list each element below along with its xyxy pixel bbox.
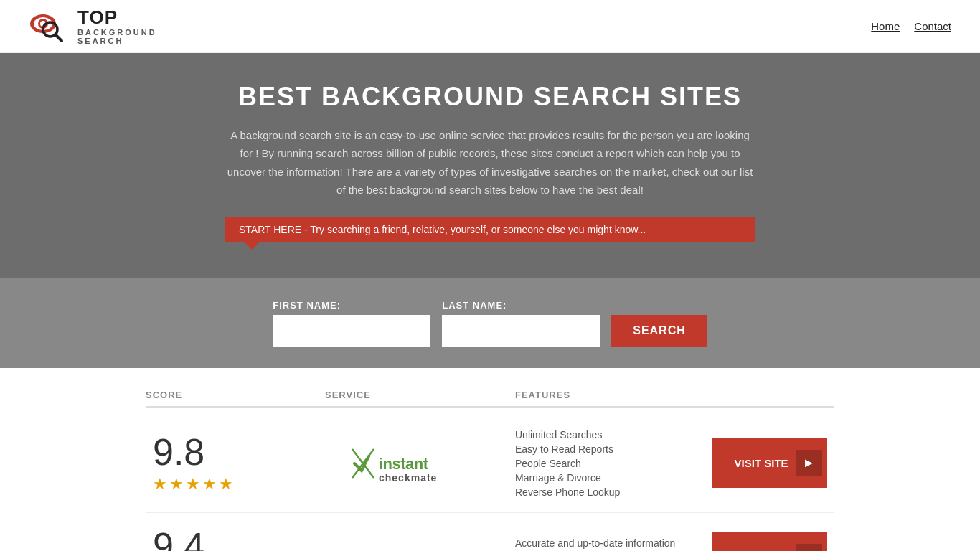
hero-description: A background search site is an easy-to-u… <box>225 126 755 199</box>
results-table: SCORE SERVICE FEATURES 9.8 ★ ★ ★ ★ ★ <box>131 368 849 551</box>
visit-column-2: VISIT SITE ► <box>705 532 834 551</box>
visit-arrow-icon-1: ► <box>796 450 823 476</box>
score-number-2: 9.4 <box>153 527 204 551</box>
visit-site-button-1[interactable]: VISIT SITE ► <box>712 438 827 488</box>
logo: TOP BACKGROUNDSEARCH <box>29 7 157 45</box>
callout-text: START HERE - Try searching a friend, rel… <box>239 224 646 235</box>
search-section: FIRST NAME: LAST NAME: SEARCH <box>0 278 980 368</box>
logo-sub-text: BACKGROUNDSEARCH <box>77 28 157 45</box>
header-score: SCORE <box>146 390 325 400</box>
star-4: ★ <box>202 475 217 494</box>
first-name-group: FIRST NAME: <box>273 300 430 347</box>
header-action <box>705 390 834 400</box>
svg-line-5 <box>55 34 62 41</box>
stars-1: ★ ★ ★ ★ ★ <box>153 475 233 494</box>
first-name-input[interactable] <box>273 315 430 347</box>
score-column-1: 9.8 ★ ★ ★ ★ ★ <box>146 433 325 494</box>
site-header: TOP BACKGROUNDSEARCH Home Contact <box>0 0 980 53</box>
visit-column-1: VISIT SITE ► <box>705 438 834 488</box>
hero-section: BEST BACKGROUND SEARCH SITES A backgroun… <box>0 53 980 278</box>
logo-top-text: TOP <box>77 7 157 28</box>
last-name-label: LAST NAME: <box>442 300 600 311</box>
feature-1-5: Reverse Phone Lookup <box>515 486 705 498</box>
visit-arrow-icon-2: ► <box>796 544 823 551</box>
star-half-1: ★ <box>219 475 233 494</box>
score-column-2: 9.4 ★ ★ ★ ★ ★ <box>146 527 325 551</box>
feature-1-1: Unlimited Searches <box>515 429 705 441</box>
header-service: SERVICE <box>325 390 515 400</box>
checkmate-logo-svg: instant checkmate <box>349 442 492 485</box>
visit-site-button-2[interactable]: VISIT SITE ► <box>712 532 827 551</box>
feature-1-3: People Search <box>515 458 705 469</box>
table-header-row: SCORE SERVICE FEATURES <box>146 382 834 408</box>
peoplelooker-logo-svg: People Looker <box>349 540 492 551</box>
main-nav: Home Contact <box>871 20 951 32</box>
last-name-group: LAST NAME: <box>442 300 600 347</box>
header-features: FEATURES <box>515 390 705 400</box>
features-column-1: Unlimited Searches Easy to Read Reports … <box>515 429 705 498</box>
logo-icon <box>29 8 72 44</box>
service-column-1: instant checkmate <box>325 442 515 485</box>
feature-2-1: Accurate and up-to-date information <box>515 537 705 549</box>
svg-text:checkmate: checkmate <box>379 472 437 484</box>
score-number-1: 9.8 <box>153 433 204 471</box>
first-name-label: FIRST NAME: <box>273 300 430 311</box>
checkmate-logo: instant checkmate <box>349 442 492 485</box>
feature-1-4: Marriage & Divorce <box>515 472 705 484</box>
table-row: 9.4 ★ ★ ★ ★ ★ People Looker Accurate and… <box>146 513 834 551</box>
logo-text: TOP BACKGROUNDSEARCH <box>77 7 157 45</box>
star-1: ★ <box>153 475 167 494</box>
search-button[interactable]: SEARCH <box>611 315 707 347</box>
peoplelooker-logo: People Looker <box>349 536 492 551</box>
star-3: ★ <box>186 475 200 494</box>
feature-1-2: Easy to Read Reports <box>515 443 705 455</box>
nav-contact[interactable]: Contact <box>914 20 951 32</box>
nav-home[interactable]: Home <box>871 20 900 32</box>
service-column-2: People Looker <box>325 536 515 551</box>
table-row: 9.8 ★ ★ ★ ★ ★ instant <box>146 415 834 513</box>
callout-bar: START HERE - Try searching a friend, rel… <box>225 217 755 242</box>
visit-site-label-1: VISIT SITE <box>735 457 788 469</box>
svg-text:instant: instant <box>379 455 429 473</box>
hero-title: BEST BACKGROUND SEARCH SITES <box>14 82 966 112</box>
features-column-2: Accurate and up-to-date information Unli… <box>515 537 705 551</box>
star-2: ★ <box>169 475 184 494</box>
last-name-input[interactable] <box>442 315 600 347</box>
search-form: FIRST NAME: LAST NAME: SEARCH <box>14 300 966 347</box>
